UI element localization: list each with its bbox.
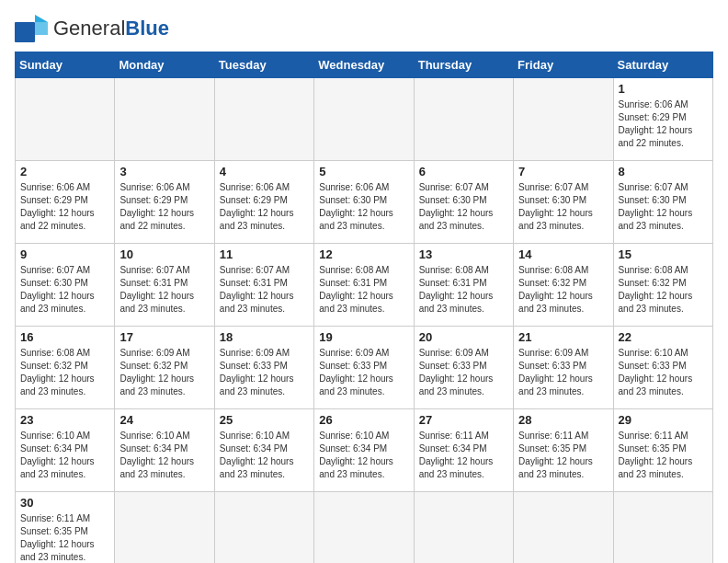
day-info: Sunrise: 6:08 AMSunset: 6:31 PMDaylight:… [319,264,408,316]
calendar-cell: 5Sunrise: 6:06 AMSunset: 6:30 PMDaylight… [314,161,414,244]
calendar-cell: 8Sunrise: 6:07 AMSunset: 6:30 PMDaylight… [613,161,712,244]
day-number: 8 [619,165,708,178]
day-info: Sunrise: 6:11 AMSunset: 6:34 PMDaylight:… [419,430,508,481]
calendar-cell: 2Sunrise: 6:06 AMSunset: 6:29 PMDaylight… [16,161,115,244]
day-info: Sunrise: 6:07 AMSunset: 6:31 PMDaylight:… [220,264,309,316]
day-header-monday: Monday [115,52,214,78]
day-info: Sunrise: 6:06 AMSunset: 6:29 PMDaylight:… [220,181,309,233]
day-number: 29 [619,413,708,427]
day-info: Sunrise: 6:08 AMSunset: 6:31 PMDaylight:… [419,264,508,316]
day-number: 22 [619,330,708,344]
calendar-cell: 12Sunrise: 6:08 AMSunset: 6:31 PMDayligh… [314,244,414,327]
calendar-cell [314,492,414,564]
calendar-cell: 7Sunrise: 6:07 AMSunset: 6:30 PMDaylight… [514,161,613,244]
day-header-tuesday: Tuesday [214,52,313,78]
calendar-cell [314,78,414,161]
day-number: 26 [319,413,408,427]
day-number: 2 [20,165,109,178]
week-row-5: 23Sunrise: 6:10 AMSunset: 6:34 PMDayligh… [16,409,713,492]
day-header-thursday: Thursday [414,52,513,78]
day-info: Sunrise: 6:10 AMSunset: 6:34 PMDaylight:… [319,430,408,481]
day-number: 19 [319,330,408,344]
calendar-cell: 3Sunrise: 6:06 AMSunset: 6:29 PMDaylight… [115,161,214,244]
calendar-cell: 24Sunrise: 6:10 AMSunset: 6:34 PMDayligh… [115,409,214,492]
day-info: Sunrise: 6:10 AMSunset: 6:34 PMDaylight:… [20,430,109,481]
day-number: 17 [119,330,209,344]
day-number: 5 [319,165,408,178]
day-info: Sunrise: 6:07 AMSunset: 6:30 PMDaylight:… [419,181,508,233]
week-row-1: 1Sunrise: 6:06 AMSunset: 6:29 PMDaylight… [16,78,713,161]
calendar-cell: 16Sunrise: 6:08 AMSunset: 6:32 PMDayligh… [16,327,115,409]
logo: GeneralBlue [15,15,169,42]
day-number: 16 [20,330,109,344]
day-number: 10 [119,247,209,261]
day-number: 18 [220,330,309,344]
day-info: Sunrise: 6:11 AMSunset: 6:35 PMDaylight:… [518,430,608,481]
calendar-cell [115,492,214,564]
calendar-cell: 4Sunrise: 6:06 AMSunset: 6:29 PMDaylight… [214,161,313,244]
header: GeneralBlue [15,15,713,42]
day-info: Sunrise: 6:09 AMSunset: 6:33 PMDaylight:… [518,347,608,398]
calendar-cell: 20Sunrise: 6:09 AMSunset: 6:33 PMDayligh… [414,327,513,409]
day-info: Sunrise: 6:09 AMSunset: 6:33 PMDaylight:… [419,347,508,398]
day-number: 15 [619,247,708,261]
day-info: Sunrise: 6:11 AMSunset: 6:35 PMDaylight:… [619,430,708,481]
day-info: Sunrise: 6:07 AMSunset: 6:30 PMDaylight:… [518,181,608,233]
week-row-6: 30Sunrise: 6:11 AMSunset: 6:35 PMDayligh… [16,492,713,564]
calendar-cell: 28Sunrise: 6:11 AMSunset: 6:35 PMDayligh… [514,409,613,492]
day-number: 7 [518,165,608,178]
calendar-cell [414,78,513,161]
week-row-3: 9Sunrise: 6:07 AMSunset: 6:30 PMDaylight… [16,244,713,327]
day-info: Sunrise: 6:06 AMSunset: 6:29 PMDaylight:… [119,181,209,233]
calendar-header-row: SundayMondayTuesdayWednesdayThursdayFrid… [16,52,713,78]
calendar-cell [514,78,613,161]
svg-marker-2 [35,22,48,35]
day-info: Sunrise: 6:09 AMSunset: 6:33 PMDaylight:… [319,347,408,398]
day-number: 6 [419,165,508,178]
calendar-cell [613,492,712,564]
calendar-cell: 15Sunrise: 6:08 AMSunset: 6:32 PMDayligh… [613,244,712,327]
calendar-cell: 29Sunrise: 6:11 AMSunset: 6:35 PMDayligh… [613,409,712,492]
calendar-cell [214,78,313,161]
calendar-cell: 26Sunrise: 6:10 AMSunset: 6:34 PMDayligh… [314,409,414,492]
calendar-cell: 1Sunrise: 6:06 AMSunset: 6:29 PMDaylight… [613,78,712,161]
calendar-cell: 21Sunrise: 6:09 AMSunset: 6:33 PMDayligh… [514,327,613,409]
day-number: 27 [419,413,508,427]
calendar-cell: 27Sunrise: 6:11 AMSunset: 6:34 PMDayligh… [414,409,513,492]
week-row-4: 16Sunrise: 6:08 AMSunset: 6:32 PMDayligh… [16,327,713,409]
day-info: Sunrise: 6:07 AMSunset: 6:30 PMDaylight:… [619,181,708,233]
calendar-cell: 11Sunrise: 6:07 AMSunset: 6:31 PMDayligh… [214,244,313,327]
day-info: Sunrise: 6:11 AMSunset: 6:35 PMDaylight:… [20,512,109,563]
day-info: Sunrise: 6:06 AMSunset: 6:29 PMDaylight:… [20,181,109,233]
calendar-cell: 10Sunrise: 6:07 AMSunset: 6:31 PMDayligh… [115,244,214,327]
day-number: 9 [20,247,109,261]
calendar-cell: 22Sunrise: 6:10 AMSunset: 6:33 PMDayligh… [613,327,712,409]
logo-text: GeneralBlue [53,17,169,40]
day-info: Sunrise: 6:08 AMSunset: 6:32 PMDaylight:… [518,264,608,316]
calendar-cell [115,78,214,161]
day-header-friday: Friday [514,52,613,78]
day-header-wednesday: Wednesday [314,52,414,78]
day-info: Sunrise: 6:09 AMSunset: 6:33 PMDaylight:… [220,347,309,398]
day-number: 24 [119,413,209,427]
day-info: Sunrise: 6:10 AMSunset: 6:34 PMDaylight:… [220,430,309,481]
calendar-cell: 19Sunrise: 6:09 AMSunset: 6:33 PMDayligh… [314,327,414,409]
calendar-cell: 18Sunrise: 6:09 AMSunset: 6:33 PMDayligh… [214,327,313,409]
day-number: 3 [119,165,209,178]
day-number: 20 [419,330,508,344]
calendar-table: SundayMondayTuesdayWednesdayThursdayFrid… [15,52,713,563]
day-header-saturday: Saturday [613,52,712,78]
calendar-cell: 9Sunrise: 6:07 AMSunset: 6:30 PMDaylight… [16,244,115,327]
calendar-cell: 23Sunrise: 6:10 AMSunset: 6:34 PMDayligh… [16,409,115,492]
week-row-2: 2Sunrise: 6:06 AMSunset: 6:29 PMDaylight… [16,161,713,244]
day-number: 13 [419,247,508,261]
day-header-sunday: Sunday [16,52,115,78]
calendar-cell: 17Sunrise: 6:09 AMSunset: 6:32 PMDayligh… [115,327,214,409]
day-number: 4 [220,165,309,178]
calendar-cell: 25Sunrise: 6:10 AMSunset: 6:34 PMDayligh… [214,409,313,492]
calendar-cell [214,492,313,564]
svg-marker-1 [35,15,48,22]
day-info: Sunrise: 6:08 AMSunset: 6:32 PMDaylight:… [619,264,708,316]
day-info: Sunrise: 6:06 AMSunset: 6:30 PMDaylight:… [319,181,408,233]
calendar-cell [514,492,613,564]
